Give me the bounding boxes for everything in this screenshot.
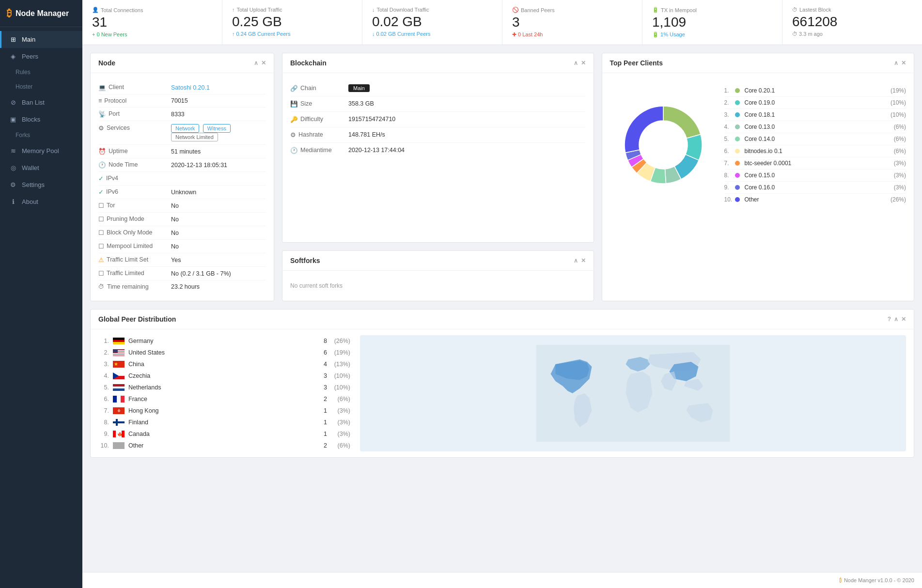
peer-pct: (6%) xyxy=(894,136,906,142)
sidebar-item-settings[interactable]: ⚙ Settings xyxy=(0,176,82,193)
sidebar-item-memorypool[interactable]: ≋ Memory Pool xyxy=(0,142,82,159)
sidebar-item-main[interactable]: ⊞ Main xyxy=(0,31,82,48)
gpd-help-btn[interactable]: ? xyxy=(888,316,891,323)
node-row-client: 💻 Client Satoshi 0.20.1 xyxy=(98,81,266,94)
content-area: Node ∧ ✕ 💻 Client Satoshi 0.20.1 ≡ Proto… xyxy=(82,45,922,572)
world-map-svg xyxy=(360,345,906,442)
client-icon: 💻 xyxy=(98,84,106,91)
sidebar-item-wallet[interactable]: ◎ Wallet xyxy=(0,159,82,176)
peer-rank: 9. xyxy=(724,184,733,191)
services-icon: ⚙ xyxy=(98,124,104,132)
sidebar-item-peers[interactable]: ◈ Peers xyxy=(0,48,82,65)
sidebar-nav: ⊞ Main ◈ Peers Rules Hoster ⊘ Ban List ▣… xyxy=(0,27,82,588)
sidebar-label-about: About xyxy=(22,198,38,205)
gpd-pct: (10%) xyxy=(331,372,350,379)
blockchain-close-btn[interactable]: ✕ xyxy=(581,60,586,66)
bc-sf-col: Blockchain ∧ ✕ 🔗 Chain Main 💾 Size xyxy=(282,53,594,301)
gpd-flag xyxy=(113,372,125,379)
gpd-country: France xyxy=(128,396,309,402)
peer-clients-card: Top Peer Clients ∧ ✕ 1. Core 0.20.1 xyxy=(602,53,915,301)
stat-download-value: 0.02 GB xyxy=(372,15,492,30)
stat-mempool-label: 🔋 TX in Mempool xyxy=(652,7,772,13)
peer-rank: 2. xyxy=(724,99,733,106)
gpd-collapse-btn[interactable]: ∧ xyxy=(894,316,898,323)
node-row-trafficlimited: ☐ Traffic Limited No (0.2 / 3.1 GB - 7%) xyxy=(98,267,266,280)
main-content: 👤 Total Connections 31 + 0 New Peers ↑ T… xyxy=(82,0,922,588)
stat-connections-sub: + 0 New Peers xyxy=(92,31,212,37)
trafficlimited-icon: ☐ xyxy=(98,270,104,277)
peer-pct: (6%) xyxy=(894,124,906,130)
sidebar-label-hoster: Hoster xyxy=(16,83,32,90)
peer-name: bitnodes.io 0.1 xyxy=(745,148,892,155)
gpd-row: 7. ⚘ Hong Kong 1 (3%) xyxy=(98,405,350,417)
peer-color-dot xyxy=(735,124,740,129)
bc-row-hashrate: ⚙ Hashrate 148.781 EH/s xyxy=(290,127,586,143)
gpd-pct: (3%) xyxy=(331,419,350,426)
sidebar-item-rules[interactable]: Rules xyxy=(0,65,82,79)
node-card: Node ∧ ✕ 💻 Client Satoshi 0.20.1 ≡ Proto… xyxy=(90,53,274,301)
stat-block-sub: ⏱ 3.3 m ago xyxy=(792,31,912,37)
peer-row: 8. Core 0.15.0 (3%) xyxy=(724,170,906,182)
sidebar-item-blocks[interactable]: ▣ Blocks xyxy=(0,111,82,128)
gpd-pct: (3%) xyxy=(331,407,350,414)
softforks-card: Softforks ∧ ✕ No current soft forks xyxy=(282,250,594,301)
node-close-btn[interactable]: ✕ xyxy=(261,60,266,66)
sidebar-label-blocks: Blocks xyxy=(22,116,40,123)
sidebar-item-forks[interactable]: Forks xyxy=(0,128,82,142)
softforks-close-btn[interactable]: ✕ xyxy=(581,257,586,264)
sidebar-item-hoster[interactable]: Hoster xyxy=(0,79,82,94)
node-row-ipv6: ✓ IPv6 Unknown xyxy=(98,186,266,199)
peer-clients-title: Top Peer Clients xyxy=(610,59,663,67)
blockchain-collapse-btn[interactable]: ∧ xyxy=(574,60,578,66)
peer-pct: (19%) xyxy=(891,87,906,94)
connections-icon: 👤 xyxy=(92,7,99,13)
stat-connections-value: 31 xyxy=(92,15,212,30)
gpd-card: Global Peer Distribution ? ∧ ✕ 1. German… xyxy=(90,309,914,458)
gpd-count: 3 xyxy=(313,384,327,391)
sidebar-item-about[interactable]: ℹ About xyxy=(0,193,82,210)
gpd-rank: 7. xyxy=(98,407,109,414)
peer-row: 2. Core 0.19.0 (10%) xyxy=(724,97,906,109)
app-title-text: Node Manager xyxy=(16,9,69,18)
gpd-flag xyxy=(113,384,125,391)
peer-row: 5. Core 0.14.0 (6%) xyxy=(724,133,906,145)
softforks-card-header: Softforks ∧ ✕ xyxy=(282,251,594,271)
row-2: Global Peer Distribution ? ∧ ✕ 1. German… xyxy=(90,309,914,458)
sidebar-label-rules: Rules xyxy=(16,69,31,76)
gpd-country: Hong Kong xyxy=(128,407,309,414)
gpd-count: 2 xyxy=(313,442,327,449)
block-icon: ⏱ xyxy=(792,7,797,13)
stat-block: ⏱ Lastest Block 661208 ⏱ 3.3 m ago xyxy=(782,0,922,45)
svg-rect-1 xyxy=(113,340,125,342)
peer-name: Core 0.16.0 xyxy=(745,184,892,191)
node-row-mempoollimited: ☐ Mempool Limited No xyxy=(98,240,266,253)
gpd-rank: 3. xyxy=(98,361,109,368)
node-row-pruning: ☐ Pruning Mode No xyxy=(98,213,266,226)
peer-clients-collapse-btn[interactable]: ∧ xyxy=(894,60,898,66)
svg-text:⚘: ⚘ xyxy=(117,408,121,414)
gpd-close-btn[interactable]: ✕ xyxy=(901,316,906,323)
sidebar-item-banlist[interactable]: ⊘ Ban List xyxy=(0,94,82,111)
peer-color-dot xyxy=(735,112,740,117)
gpd-rank: 10. xyxy=(98,442,109,449)
gpd-rank: 8. xyxy=(98,419,109,426)
softforks-empty: No current soft forks xyxy=(290,279,586,293)
gpd-country: Germany xyxy=(128,338,309,344)
softforks-card-body: No current soft forks xyxy=(282,271,594,301)
uptime-icon: ⏰ xyxy=(98,148,106,155)
svg-rect-2 xyxy=(113,342,125,344)
peer-clients-close-btn[interactable]: ✕ xyxy=(901,60,906,66)
gpd-count: 2 xyxy=(313,396,327,402)
svg-rect-8 xyxy=(113,349,118,353)
node-row-uptime: ⏰ Uptime 51 minutes xyxy=(98,145,266,158)
node-collapse-btn[interactable]: ∧ xyxy=(254,60,258,66)
peer-color-dot xyxy=(735,173,740,178)
bc-row-chain: 🔗 Chain Main xyxy=(290,81,586,96)
peer-pct: (26%) xyxy=(891,196,906,203)
about-icon: ℹ xyxy=(9,198,17,205)
ipv6-icon: ✓ xyxy=(98,188,104,196)
mempool-icon: 🔋 xyxy=(652,7,659,13)
stat-banned-sub: ✚ 0 Last 24h xyxy=(512,31,632,38)
node-row-timeremaining: ⏱ Time remaining 23.2 hours xyxy=(98,280,266,293)
softforks-collapse-btn[interactable]: ∧ xyxy=(574,257,578,264)
